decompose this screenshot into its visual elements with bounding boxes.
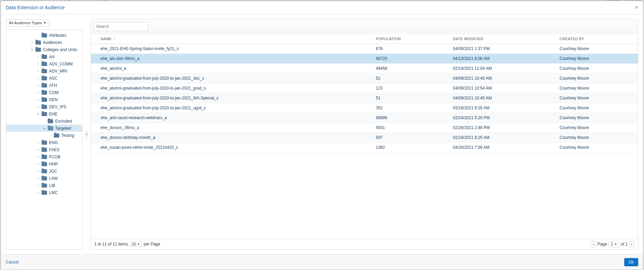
collapse-handle-icon[interactable]: ◂ xyxy=(86,130,88,139)
chevron-right-icon[interactable]: › xyxy=(36,62,40,66)
next-page-button[interactable]: ▸ xyxy=(629,241,634,247)
chevron-right-icon[interactable]: › xyxy=(36,169,40,173)
tree-item-label: FAES xyxy=(49,147,60,152)
cell-date_modified: 04/13/2021 8:06 AM xyxy=(445,54,551,64)
tree-item[interactable]: ›COM xyxy=(6,89,82,96)
table-row[interactable]: ehe_2021-EHE-Spring-Salon-invite_fy21_s6… xyxy=(91,44,638,54)
dropdown-label: All Audience Types xyxy=(9,21,42,25)
tree-item[interactable]: ⌄Colleges and Units xyxy=(6,46,82,53)
table-row[interactable]: ehe_alumni_a4945802/24/2021 11:04 AMCour… xyxy=(91,64,638,74)
chevron-right-icon[interactable]: › xyxy=(36,98,40,101)
chevron-down-icon[interactable]: ⌄ xyxy=(42,125,46,130)
chevron-right-icon[interactable]: › xyxy=(36,184,40,187)
page-size-select[interactable]: 25 ▼ xyxy=(130,241,142,247)
folder-icon xyxy=(42,98,47,102)
modal-header: Data Extension or Audience × xyxy=(1,1,643,14)
chevron-right-icon[interactable]: › xyxy=(36,148,40,152)
tree-item-label: ADV_COMM xyxy=(49,62,73,66)
audience-type-dropdown[interactable]: All Audience Types ▼ xyxy=(6,19,49,27)
cell-population: 49458 xyxy=(368,64,445,74)
table-scroll[interactable]: NAME ↑ POPULATION DATE MODIFIED CREATED … xyxy=(91,34,638,239)
table-row[interactable]: ehe_alu-don-36mo_a6672004/13/2021 8:06 A… xyxy=(91,54,638,64)
tree-item[interactable]: ›FCOB xyxy=(6,153,82,160)
prev-page-button[interactable]: ◂ xyxy=(591,241,596,247)
left-panel: All Audience Types ▼ ›Attributes›Audienc… xyxy=(6,19,82,250)
table-row[interactable]: ehe_donors_36mo_a555102/26/2021 2:48 PMC… xyxy=(91,123,638,133)
table-row[interactable]: ehe_alumni-graduated-from-july-2020-to-j… xyxy=(91,74,638,83)
tree-item[interactable]: ›HNR xyxy=(6,160,82,168)
tree-item[interactable]: ›JGC xyxy=(6,168,82,175)
folder-icon xyxy=(54,133,59,138)
cell-population: 52 xyxy=(368,74,445,83)
tree-item[interactable]: ›ATH xyxy=(6,82,82,89)
chevron-right-icon[interactable]: › xyxy=(36,76,40,80)
tree-item[interactable]: ›LIB xyxy=(6,182,82,189)
tree-item[interactable]: ›ENG xyxy=(6,139,82,146)
tree-item[interactable]: ›LMC xyxy=(6,189,82,196)
tree-item[interactable]: ›Testing xyxy=(6,132,82,139)
table-row[interactable]: ehe_susan-jones-retire-invite_20210420_s… xyxy=(91,143,638,153)
cell-date_modified: 02/24/2021 11:04 AM xyxy=(445,64,551,74)
tree-item-label: FCOB xyxy=(49,155,60,159)
chevron-right-icon[interactable]: › xyxy=(36,155,40,159)
cell-created_by: Courtney Moore xyxy=(551,83,638,93)
tree-item[interactable]: ›Attributes xyxy=(6,32,82,39)
tree-item[interactable]: ›ADV_COMM xyxy=(6,60,82,67)
tree-item[interactable]: ›ADV_MRI xyxy=(6,67,82,75)
chevron-down-icon[interactable]: ⌄ xyxy=(36,111,40,116)
panel-divider[interactable]: ◂ xyxy=(85,19,88,250)
ok-button[interactable]: Ok xyxy=(624,258,638,266)
tree-item[interactable]: ⌄Targeted xyxy=(6,125,82,132)
chevron-right-icon[interactable]: › xyxy=(36,162,40,166)
table-row[interactable]: ehe_anti-racist-research-webinars_a68999… xyxy=(91,113,638,123)
folder-icon xyxy=(42,83,47,88)
tree-item[interactable]: ›LAW xyxy=(6,175,82,182)
search-box[interactable] xyxy=(94,22,148,31)
cell-name: ehe_alumni-graduated-from-july-2020-to-j… xyxy=(91,103,368,113)
col-date-modified[interactable]: DATE MODIFIED xyxy=(445,34,551,44)
table-row[interactable]: ehe_alumni-graduated-from-july-2020-to-j… xyxy=(91,93,638,103)
col-created-by[interactable]: CREATED BY xyxy=(551,34,638,44)
chevron-right-icon[interactable]: › xyxy=(36,141,40,144)
tree-item[interactable]: ›ASC xyxy=(6,75,82,82)
folder-icon xyxy=(48,126,53,130)
folder-icon xyxy=(42,62,47,66)
chevron-right-icon[interactable]: › xyxy=(36,105,40,109)
chevron-right-icon[interactable]: › xyxy=(36,176,40,180)
tree-item-label: DEN xyxy=(49,97,58,102)
table-row[interactable]: ehe_donors-birthday-month_a59702/24/2021… xyxy=(91,133,638,143)
tree-item[interactable]: ›Audiences xyxy=(6,39,82,46)
chevron-right-icon[interactable]: › xyxy=(36,91,40,94)
col-name[interactable]: NAME ↑ xyxy=(91,34,368,44)
tree-item[interactable]: ›FAES xyxy=(6,146,82,153)
table-header-row: NAME ↑ POPULATION DATE MODIFIED CREATED … xyxy=(91,34,638,44)
tree-item[interactable]: ›AA xyxy=(6,53,82,60)
chevron-down-icon[interactable]: ⌄ xyxy=(30,47,34,51)
cell-created_by: Courtney Moore xyxy=(551,74,638,83)
tree-item-label: JGC xyxy=(49,169,57,174)
cancel-button[interactable]: Cancel xyxy=(6,260,18,265)
cell-date_modified: 02/24/2021 9:25 AM xyxy=(445,133,551,143)
cell-created_by: Courtney Moore xyxy=(551,103,638,113)
tree-item[interactable]: ›DEV_IPS xyxy=(6,103,82,110)
chevron-right-icon[interactable]: › xyxy=(36,55,40,59)
sort-asc-icon: ↑ xyxy=(113,37,115,41)
chevron-right-icon[interactable]: › xyxy=(36,69,40,73)
search-input[interactable] xyxy=(96,24,147,29)
right-panel: NAME ↑ POPULATION DATE MODIFIED CREATED … xyxy=(91,19,638,250)
col-population[interactable]: POPULATION xyxy=(368,34,445,44)
tree-item[interactable]: ›DEN xyxy=(6,96,82,103)
chevron-right-icon[interactable]: › xyxy=(30,41,34,44)
tree-item[interactable]: ›Excluded xyxy=(6,117,82,125)
chevron-right-icon[interactable]: › xyxy=(36,191,40,194)
table-row[interactable]: ehe_alumni-graduated-from-july-2020-to-j… xyxy=(91,83,638,93)
modal-footer: Cancel Ok xyxy=(1,254,643,270)
table-row[interactable]: ehe_alumni-graduated-from-july-2020-to-j… xyxy=(91,103,638,113)
current-page-select[interactable]: 1 ▼ xyxy=(608,241,619,247)
chevron-right-icon[interactable]: › xyxy=(36,83,40,87)
folder-icon xyxy=(42,162,47,166)
cell-created_by: Courtney Moore xyxy=(551,113,638,123)
close-icon[interactable]: × xyxy=(635,4,638,11)
tree-item-label: ATH xyxy=(49,83,57,88)
tree-item[interactable]: ⌄EHE xyxy=(6,110,82,117)
